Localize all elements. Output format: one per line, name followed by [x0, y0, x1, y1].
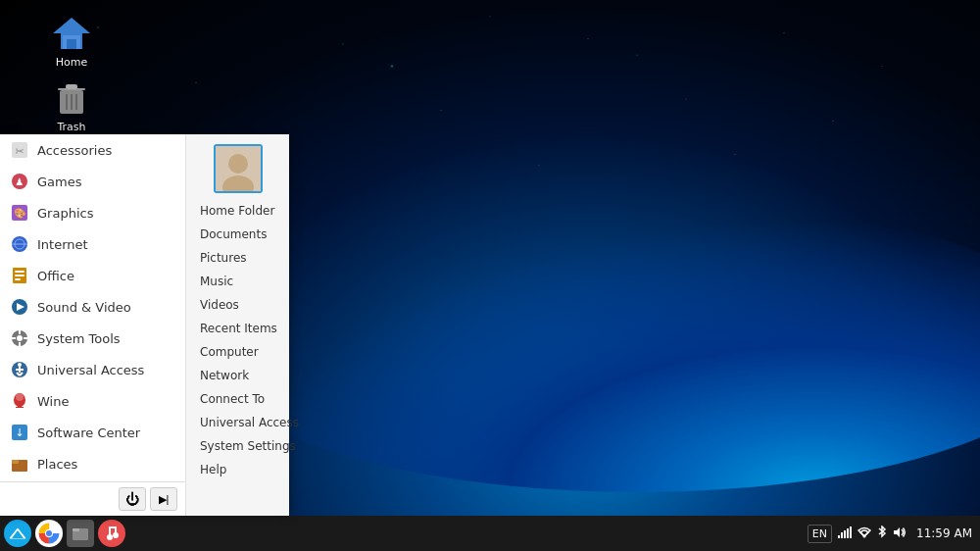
svg-rect-62: [838, 535, 840, 538]
universal-access-icon: [10, 360, 29, 379]
right-menu-pictures[interactable]: Pictures: [186, 246, 289, 270]
menu-item-graphics[interactable]: 🎨 Graphics: [0, 197, 185, 228]
svg-rect-20: [15, 275, 24, 276]
internet-icon: [10, 234, 29, 254]
chrome-button[interactable]: [35, 520, 63, 547]
svg-point-31: [18, 363, 22, 367]
svg-marker-68: [894, 527, 900, 537]
svg-point-61: [113, 532, 119, 538]
clock[interactable]: 11:59 AM: [916, 526, 972, 540]
svg-text:✂: ✂: [15, 145, 24, 158]
right-menu-help[interactable]: Help: [186, 458, 289, 481]
bluetooth-icon: [877, 526, 887, 542]
zorin-menu-button[interactable]: [4, 520, 31, 547]
right-menu-connect-to[interactable]: Connect To: [186, 387, 289, 411]
svg-point-54: [46, 530, 52, 536]
svg-rect-65: [847, 528, 849, 538]
network-icon: [858, 526, 871, 541]
svg-point-25: [17, 335, 23, 341]
power-button[interactable]: ⏻: [119, 487, 146, 511]
keyboard-layout[interactable]: EN: [808, 525, 832, 543]
system-tools-icon: [10, 328, 29, 348]
svg-rect-66: [850, 526, 852, 538]
music-icon: [104, 526, 120, 541]
zorin-logo-icon: [9, 525, 26, 542]
volume-icon: [893, 526, 906, 541]
home-folder-icon: [52, 14, 91, 53]
user-avatar-container: [186, 134, 289, 199]
menu-left-panel: ✂ Accessories ♟ Games 🎨 Graphics: [0, 134, 186, 516]
svg-rect-4: [66, 84, 77, 89]
svg-rect-43: [12, 460, 19, 464]
signal-icon: [838, 526, 852, 540]
files-icon: [72, 525, 89, 542]
menu-bottom-bar: ⏻ ▶|: [0, 481, 185, 516]
graphics-icon: 🎨: [10, 203, 29, 223]
svg-point-67: [863, 534, 866, 537]
menu-item-places[interactable]: Places: [0, 448, 185, 479]
right-menu-system-settings[interactable]: System Settings: [186, 434, 289, 458]
menu-item-accessories[interactable]: ✂ Accessories: [0, 134, 185, 166]
svg-point-39: [16, 393, 24, 401]
right-menu-music[interactable]: Music: [186, 270, 289, 293]
svg-rect-29: [24, 337, 27, 339]
right-menu-computer[interactable]: Computer: [186, 340, 289, 364]
places-icon: [10, 454, 29, 474]
svg-point-60: [107, 534, 113, 540]
chrome-icon: [38, 523, 60, 544]
svg-rect-28: [12, 337, 16, 339]
office-icon: [10, 266, 29, 285]
menu-item-wine[interactable]: Wine: [0, 385, 185, 417]
music-button[interactable]: [98, 520, 125, 547]
sound-video-icon: [10, 297, 29, 317]
right-menu-videos[interactable]: Videos: [186, 293, 289, 317]
menu-item-system-tools[interactable]: System Tools: [0, 323, 185, 354]
svg-text:🎨: 🎨: [14, 207, 26, 220]
menu-item-office[interactable]: Office: [0, 260, 185, 291]
svg-rect-56: [73, 528, 79, 531]
system-tray: EN: [800, 525, 980, 543]
svg-rect-64: [844, 530, 846, 538]
trash-icon: [52, 78, 91, 118]
menu-item-games[interactable]: ♟ Games: [0, 166, 185, 197]
wine-icon: [10, 391, 29, 411]
menu-item-sound-video[interactable]: Sound & Video: [0, 291, 185, 323]
svg-rect-37: [16, 407, 24, 408]
right-menu-universal-access[interactable]: Universal Access: [186, 411, 289, 434]
svg-rect-26: [19, 330, 21, 334]
menu-item-universal-access[interactable]: Universal Access: [0, 354, 185, 385]
software-center-icon: ↓: [10, 423, 29, 442]
menu-item-software-center[interactable]: ↓ Software Center: [0, 417, 185, 448]
desktop: Home Trash ✂ A: [0, 0, 980, 551]
right-menu-network[interactable]: Network: [186, 364, 289, 387]
svg-rect-2: [67, 39, 76, 49]
svg-rect-19: [15, 271, 24, 273]
right-menu-documents[interactable]: Documents: [186, 223, 289, 246]
start-menu: ✂ Accessories ♟ Games 🎨 Graphics: [0, 134, 289, 516]
svg-point-45: [228, 154, 248, 174]
svg-rect-27: [19, 342, 21, 346]
svg-rect-63: [841, 532, 843, 538]
desktop-icon-trash[interactable]: Trash: [37, 78, 106, 133]
taskbar-apps: [0, 520, 129, 547]
games-icon: ♟: [10, 172, 29, 191]
menu-right-panel: Home Folder Documents Pictures Music Vid…: [186, 134, 289, 516]
user-avatar[interactable]: [214, 144, 263, 193]
logout-button[interactable]: ▶|: [150, 487, 177, 511]
svg-rect-21: [15, 278, 21, 280]
accessories-icon: ✂: [10, 140, 29, 160]
home-icon-label: Home: [56, 56, 87, 69]
right-menu-home-folder[interactable]: Home Folder: [186, 199, 289, 223]
svg-text:♟: ♟: [16, 176, 24, 187]
files-button[interactable]: [67, 520, 94, 547]
right-menu-recent-items[interactable]: Recent Items: [186, 317, 289, 340]
menu-item-internet[interactable]: Internet: [0, 228, 185, 260]
taskbar: EN: [0, 516, 980, 551]
trash-icon-label: Trash: [57, 121, 85, 133]
desktop-icon-home[interactable]: Home: [37, 14, 106, 69]
svg-text:↓: ↓: [15, 426, 24, 439]
